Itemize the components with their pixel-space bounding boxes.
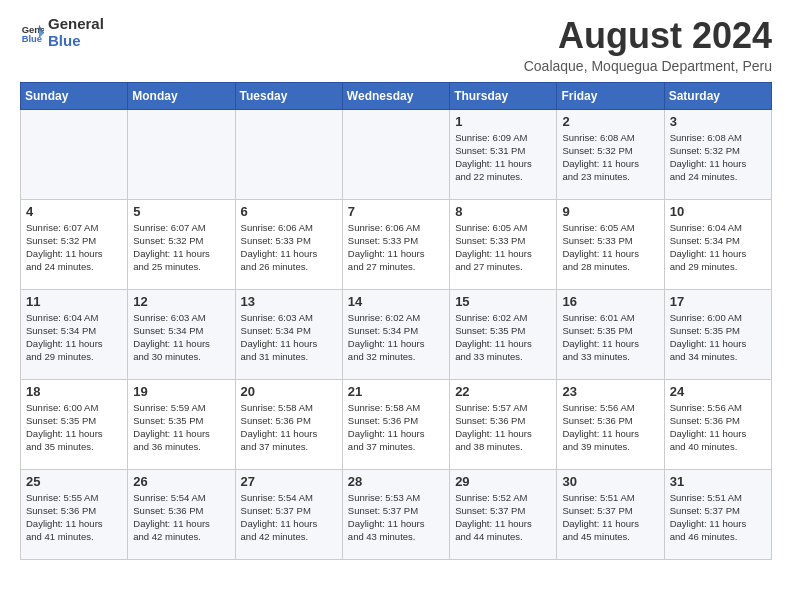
week-row-3: 11Sunrise: 6:04 AMSunset: 5:34 PMDayligh… [21, 289, 772, 379]
day-info-line: Sunset: 5:37 PM [348, 504, 444, 517]
day-number: 21 [348, 384, 444, 399]
day-info-line: Sunrise: 6:00 AM [26, 401, 122, 414]
cell-w1-d0 [21, 109, 128, 199]
day-info-line: Daylight: 11 hours [241, 517, 337, 530]
day-info-line: Sunrise: 5:52 AM [455, 491, 551, 504]
day-info-line: Sunrise: 6:07 AM [26, 221, 122, 234]
day-info-line: and 33 minutes. [455, 350, 551, 363]
day-info-line: Sunset: 5:33 PM [241, 234, 337, 247]
day-number: 19 [133, 384, 229, 399]
cell-w1-d4: 1Sunrise: 6:09 AMSunset: 5:31 PMDaylight… [450, 109, 557, 199]
day-info-line: Daylight: 11 hours [670, 517, 766, 530]
col-sunday: Sunday [21, 82, 128, 109]
day-number: 6 [241, 204, 337, 219]
day-info-line: Daylight: 11 hours [455, 337, 551, 350]
day-info-line: Sunrise: 5:57 AM [455, 401, 551, 414]
day-info-line: Sunset: 5:36 PM [26, 504, 122, 517]
day-number: 13 [241, 294, 337, 309]
cell-w4-d6: 24Sunrise: 5:56 AMSunset: 5:36 PMDayligh… [664, 379, 771, 469]
col-thursday: Thursday [450, 82, 557, 109]
day-info-line: Sunset: 5:33 PM [562, 234, 658, 247]
day-info-line: and 26 minutes. [241, 260, 337, 273]
day-number: 27 [241, 474, 337, 489]
cell-w1-d5: 2Sunrise: 6:08 AMSunset: 5:32 PMDaylight… [557, 109, 664, 199]
day-info-line: Sunset: 5:37 PM [241, 504, 337, 517]
day-info-line: Daylight: 11 hours [348, 517, 444, 530]
day-info-line: Daylight: 11 hours [562, 517, 658, 530]
day-info-line: Daylight: 11 hours [26, 337, 122, 350]
day-info-line: and 32 minutes. [348, 350, 444, 363]
day-number: 16 [562, 294, 658, 309]
cell-w4-d5: 23Sunrise: 5:56 AMSunset: 5:36 PMDayligh… [557, 379, 664, 469]
day-info-line: and 45 minutes. [562, 530, 658, 543]
cell-w4-d0: 18Sunrise: 6:00 AMSunset: 5:35 PMDayligh… [21, 379, 128, 469]
day-info-line: and 43 minutes. [348, 530, 444, 543]
day-number: 29 [455, 474, 551, 489]
day-number: 28 [348, 474, 444, 489]
day-number: 14 [348, 294, 444, 309]
title-area: August 2024 Coalaque, Moquegua Departmen… [524, 16, 772, 74]
day-info-line: Sunrise: 5:54 AM [133, 491, 229, 504]
day-info-line: Sunset: 5:34 PM [133, 324, 229, 337]
day-number: 22 [455, 384, 551, 399]
day-number: 18 [26, 384, 122, 399]
day-number: 1 [455, 114, 551, 129]
day-number: 5 [133, 204, 229, 219]
day-info-line: Daylight: 11 hours [562, 337, 658, 350]
day-info-line: Sunrise: 6:06 AM [348, 221, 444, 234]
day-info-line: Daylight: 11 hours [133, 337, 229, 350]
day-info-line: and 41 minutes. [26, 530, 122, 543]
cell-w5-d1: 26Sunrise: 5:54 AMSunset: 5:36 PMDayligh… [128, 469, 235, 559]
logo-icon: General Blue [20, 21, 44, 45]
cell-w2-d6: 10Sunrise: 6:04 AMSunset: 5:34 PMDayligh… [664, 199, 771, 289]
day-info-line: Sunset: 5:36 PM [133, 504, 229, 517]
cell-w1-d1 [128, 109, 235, 199]
cell-w2-d4: 8Sunrise: 6:05 AMSunset: 5:33 PMDaylight… [450, 199, 557, 289]
day-info-line: and 22 minutes. [455, 170, 551, 183]
day-number: 17 [670, 294, 766, 309]
cell-w4-d4: 22Sunrise: 5:57 AMSunset: 5:36 PMDayligh… [450, 379, 557, 469]
day-info-line: Daylight: 11 hours [562, 247, 658, 260]
day-info-line: and 28 minutes. [562, 260, 658, 273]
day-info-line: and 35 minutes. [26, 440, 122, 453]
day-info-line: and 31 minutes. [241, 350, 337, 363]
cell-w4-d2: 20Sunrise: 5:58 AMSunset: 5:36 PMDayligh… [235, 379, 342, 469]
day-info-line: and 27 minutes. [348, 260, 444, 273]
col-wednesday: Wednesday [342, 82, 449, 109]
day-info-line: Daylight: 11 hours [562, 427, 658, 440]
day-info-line: and 30 minutes. [133, 350, 229, 363]
cell-w2-d1: 5Sunrise: 6:07 AMSunset: 5:32 PMDaylight… [128, 199, 235, 289]
day-info-line: and 37 minutes. [348, 440, 444, 453]
day-info-line: and 42 minutes. [241, 530, 337, 543]
day-info-line: Sunset: 5:32 PM [133, 234, 229, 247]
day-info-line: Sunrise: 5:56 AM [562, 401, 658, 414]
day-info-line: Sunset: 5:31 PM [455, 144, 551, 157]
day-info-line: Sunrise: 6:05 AM [455, 221, 551, 234]
cell-w3-d6: 17Sunrise: 6:00 AMSunset: 5:35 PMDayligh… [664, 289, 771, 379]
day-info-line: and 42 minutes. [133, 530, 229, 543]
day-info-line: Sunrise: 6:06 AM [241, 221, 337, 234]
cell-w1-d6: 3Sunrise: 6:08 AMSunset: 5:32 PMDaylight… [664, 109, 771, 199]
cell-w5-d2: 27Sunrise: 5:54 AMSunset: 5:37 PMDayligh… [235, 469, 342, 559]
logo: General Blue General Blue [20, 16, 104, 49]
day-number: 31 [670, 474, 766, 489]
logo-general-text: General [48, 16, 104, 33]
day-info-line: Sunrise: 6:03 AM [133, 311, 229, 324]
page-header: General Blue General Blue August 2024 Co… [20, 16, 772, 74]
col-monday: Monday [128, 82, 235, 109]
day-info-line: Sunrise: 5:51 AM [562, 491, 658, 504]
day-info-line: Sunrise: 6:08 AM [562, 131, 658, 144]
day-info-line: Sunset: 5:32 PM [670, 144, 766, 157]
day-info-line: Sunset: 5:37 PM [562, 504, 658, 517]
day-info-line: Sunrise: 6:02 AM [348, 311, 444, 324]
cell-w1-d2 [235, 109, 342, 199]
day-info-line: Sunset: 5:33 PM [348, 234, 444, 247]
day-info-line: Sunset: 5:34 PM [26, 324, 122, 337]
week-row-4: 18Sunrise: 6:00 AMSunset: 5:35 PMDayligh… [21, 379, 772, 469]
day-info-line: Sunrise: 5:59 AM [133, 401, 229, 414]
cell-w3-d5: 16Sunrise: 6:01 AMSunset: 5:35 PMDayligh… [557, 289, 664, 379]
day-info-line: and 27 minutes. [455, 260, 551, 273]
day-info-line: Sunset: 5:34 PM [670, 234, 766, 247]
day-info-line: Sunrise: 6:00 AM [670, 311, 766, 324]
cell-w4-d1: 19Sunrise: 5:59 AMSunset: 5:35 PMDayligh… [128, 379, 235, 469]
